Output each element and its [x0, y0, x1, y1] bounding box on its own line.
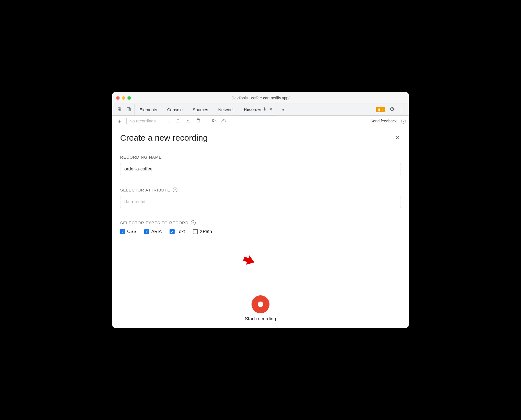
- selector-types-label: Selector types to record ?: [120, 220, 401, 225]
- replay-slow-icon[interactable]: [221, 118, 226, 124]
- window-title: DevTools - coffee-cart.netlify.app/: [112, 96, 409, 100]
- minimize-window-button[interactable]: [122, 96, 125, 100]
- close-panel-button[interactable]: ✕: [394, 133, 401, 143]
- footer: Start recording: [112, 290, 409, 328]
- inspect-group: [115, 104, 134, 115]
- tab-sources[interactable]: Sources: [188, 104, 213, 115]
- recorder-toolbar: ＋ No recordings ⌄ Send feedback ?: [112, 116, 409, 126]
- checkbox-icon: ✓: [120, 229, 125, 234]
- checkbox-aria[interactable]: ✓ ARIA: [144, 229, 162, 234]
- import-icon[interactable]: [186, 118, 191, 124]
- panel-content: Create a new recording ✕ Recording name …: [112, 126, 409, 290]
- selector-types-row: ✓ CSS ✓ ARIA ✓ Text XPath: [120, 229, 401, 234]
- tab-recorder[interactable]: Recorder ✕: [239, 104, 278, 115]
- help-icon[interactable]: ?: [401, 118, 406, 124]
- checkbox-css[interactable]: ✓ CSS: [120, 229, 136, 234]
- checkbox-icon: ✓: [170, 229, 175, 234]
- maximize-window-button[interactable]: [127, 96, 131, 100]
- selector-attribute-label: Selector attribute ?: [120, 188, 401, 192]
- issues-count: 1: [381, 108, 383, 112]
- send-feedback-link[interactable]: Send feedback: [371, 119, 397, 123]
- traffic-lights: [112, 96, 131, 100]
- record-icon: [258, 302, 263, 307]
- start-recording-button[interactable]: [252, 295, 269, 313]
- warning-icon: ▮: [378, 108, 380, 112]
- close-window-button[interactable]: [116, 96, 120, 100]
- export-icon[interactable]: [175, 118, 180, 124]
- tab-network[interactable]: Network: [213, 104, 239, 115]
- inspect-element-icon[interactable]: [117, 107, 122, 113]
- titlebar: DevTools - coffee-cart.netlify.app/: [112, 92, 409, 104]
- experiment-icon: [263, 107, 266, 112]
- tab-elements[interactable]: Elements: [134, 104, 162, 115]
- selector-attribute-input[interactable]: [120, 196, 401, 208]
- tabbar: Elements Console Sources Network Recorde…: [112, 104, 409, 116]
- checkbox-icon: [193, 229, 198, 234]
- checkbox-text[interactable]: ✓ Text: [170, 229, 185, 234]
- tab-console[interactable]: Console: [162, 104, 188, 115]
- recording-name-input[interactable]: [120, 163, 401, 175]
- device-toggle-icon[interactable]: [126, 107, 131, 113]
- recording-select[interactable]: No recordings ⌄: [129, 118, 172, 124]
- issues-badge[interactable]: ▮ 1: [376, 107, 385, 112]
- replay-icon[interactable]: [211, 118, 216, 124]
- recording-name-label: Recording name: [120, 155, 401, 159]
- help-icon[interactable]: ?: [191, 220, 196, 225]
- page-heading: Create a new recording: [120, 133, 208, 143]
- start-recording-label: Start recording: [245, 316, 276, 322]
- settings-icon[interactable]: [389, 106, 395, 113]
- help-icon[interactable]: ?: [173, 188, 177, 192]
- close-tab-icon[interactable]: ✕: [269, 107, 273, 112]
- add-recording-icon[interactable]: ＋: [115, 117, 124, 125]
- annotation-arrow: [239, 246, 261, 271]
- tab-overflow-icon[interactable]: »: [278, 107, 287, 113]
- more-menu-icon[interactable]: ⋮: [399, 106, 404, 113]
- svg-rect-0: [127, 108, 130, 111]
- delete-icon[interactable]: [196, 118, 201, 124]
- checkbox-icon: ✓: [144, 229, 149, 234]
- chevron-down-icon: ⌄: [167, 118, 170, 124]
- devtools-window: DevTools - coffee-cart.netlify.app/ Elem…: [112, 92, 409, 328]
- checkbox-xpath[interactable]: XPath: [193, 229, 212, 234]
